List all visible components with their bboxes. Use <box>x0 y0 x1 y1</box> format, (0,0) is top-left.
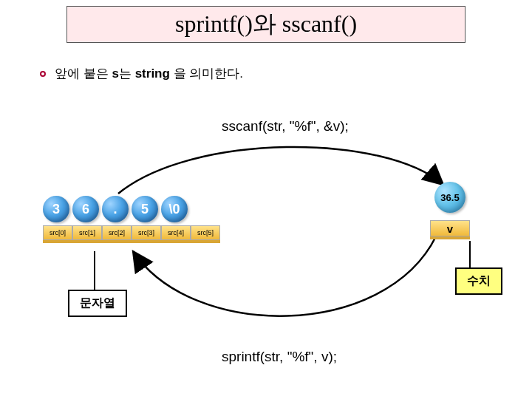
array-index-label: src[2] <box>102 225 132 240</box>
char-array-circles: 3 6 . 5 \0 <box>43 196 220 222</box>
bullet-mid: 는 <box>119 66 135 81</box>
arrow-sprintf <box>133 236 436 316</box>
label-string: 문자열 <box>68 290 127 317</box>
bullet-suffix: 을 의미한다. <box>174 66 243 81</box>
bullet-line: 앞에 붙은 s는 string 을 의미한다. <box>40 65 243 82</box>
label-number: 수치 <box>455 267 502 295</box>
bullet-prefix: 앞에 붙은 <box>55 66 112 81</box>
char-circle: 5 <box>132 196 158 222</box>
array-index-label: src[4] <box>161 225 191 240</box>
char-circle: \0 <box>161 196 188 222</box>
array-index-label: src[0] <box>43 225 72 240</box>
array-index-label: src[1] <box>72 225 102 240</box>
value-var-box: v <box>430 220 470 236</box>
array-index-label: src[3] <box>132 225 161 240</box>
char-circle: . <box>102 196 129 222</box>
char-array-labels: src[0] src[1] src[2] src[3] src[4] src[5… <box>43 225 220 240</box>
page-title: sprintf()와 sscanf() <box>175 8 357 41</box>
bullet-strong-s: s <box>112 66 118 81</box>
bullet-icon <box>40 71 46 77</box>
code-sscanf: sscanf(str, "%f", &v); <box>222 118 349 134</box>
code-sprintf: sprintf(str, "%f", v); <box>222 349 337 365</box>
array-index-label: src[5] <box>191 225 220 240</box>
value-circle: 36.5 <box>434 182 466 213</box>
bullet-text: 앞에 붙은 s는 string 을 의미한다. <box>55 65 243 82</box>
char-circle: 6 <box>72 196 99 222</box>
title-bar: sprintf()와 sscanf() <box>66 6 466 43</box>
arrow-sscanf <box>118 147 443 194</box>
char-array: 3 6 . 5 \0 src[0] src[1] src[2] src[3] s… <box>43 196 220 240</box>
bullet-strong-string: string <box>135 66 174 81</box>
char-circle: 3 <box>43 196 69 222</box>
